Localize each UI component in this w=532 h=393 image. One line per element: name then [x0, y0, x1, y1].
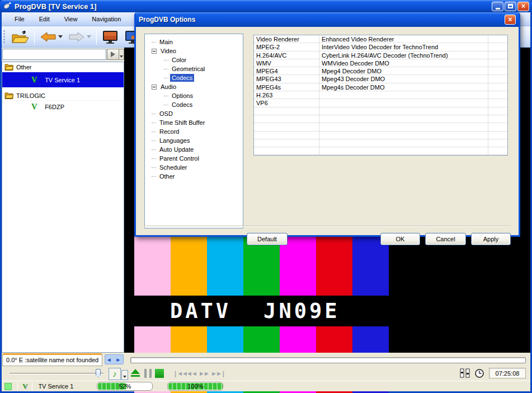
channel-folder-trilogic[interactable]: TRILOGIC [2, 91, 124, 101]
codec-row[interactable]: MPEG4sMpeg4s Decoder DMO [254, 83, 507, 91]
tree-item-geometrical[interactable]: Geometrical [145, 64, 243, 73]
separator [32, 382, 32, 391]
skip-end-button[interactable]: ►►❘ [211, 370, 225, 377]
separator [17, 382, 18, 391]
minimize-button[interactable] [492, 2, 503, 11]
rewind-button[interactable]: ◄◄ [186, 370, 196, 377]
open-channel-list-button[interactable] [7, 28, 32, 46]
toolbar-grip[interactable] [3, 30, 5, 44]
codec-row[interactable]: Video RendererEnhanced Video Renderer [254, 35, 507, 43]
tree-connector [164, 78, 168, 78]
tree-connector [164, 105, 168, 105]
dialog-body: MainVideoColorGeometricalCodecsAudioOpti… [136, 27, 519, 235]
audio-track-dropdown[interactable] [121, 370, 128, 380]
dialog-close-button[interactable]: × [505, 15, 516, 25]
tree-item-languages[interactable]: Languages [145, 136, 243, 145]
channel-item-f6dzp[interactable]: VF6DZP [2, 101, 124, 113]
codec-row[interactable] [254, 123, 507, 131]
codec-type: Video Renderer [254, 35, 319, 43]
clock-icon[interactable] [474, 368, 484, 378]
options-tree: MainVideoColorGeometricalCodecsAudioOpti… [144, 34, 243, 228]
tree-connector [164, 96, 168, 96]
video-window-button[interactable] [99, 28, 121, 46]
tree-connector [152, 42, 156, 43]
dialog-divider [144, 226, 510, 227]
cancel-button[interactable]: Cancel [425, 233, 466, 245]
tree-item-options[interactable]: Options [145, 91, 243, 100]
tree-item-codecs[interactable]: Codecs [145, 73, 243, 82]
toolbar-separator [96, 29, 97, 45]
skip-start-button[interactable]: ❘◄◄ [173, 370, 187, 377]
forward-dropdown-icon[interactable] [87, 35, 91, 38]
tab-scroll-arrows[interactable]: ◄ ► [105, 354, 124, 364]
menu-edit[interactable]: Edit [32, 13, 57, 25]
search-dropdown-button[interactable] [119, 49, 124, 60]
tree-item-time-shift-buffer[interactable]: Time Shift Buffer [145, 118, 243, 127]
codec-type: MPEG-2 [254, 43, 319, 50]
codec-row[interactable]: H.264/AVCCyberLink H.264/AVC Decoder (Te… [254, 52, 507, 59]
equalizer-icon[interactable] [459, 368, 470, 378]
tree-item-other[interactable]: Other [145, 172, 243, 181]
codec-row[interactable] [254, 147, 507, 155]
right-controls: 07:25:08 [459, 368, 526, 378]
collapse-icon[interactable] [152, 85, 157, 90]
tree-item-auto-update[interactable]: Auto Update [145, 145, 243, 154]
codec-row[interactable] [254, 139, 507, 147]
tree-item-audio[interactable]: Audio [145, 82, 243, 91]
forward-button[interactable] [65, 28, 94, 46]
tree-connector [152, 167, 156, 168]
close-button[interactable]: × [517, 2, 529, 11]
codec-row[interactable]: H.263 [254, 91, 507, 99]
codec-row[interactable]: MPEG-2InterVideo Video Decoder for Techn… [254, 43, 507, 51]
codec-row[interactable]: WMVWMVideo Decoder DMO [254, 59, 507, 67]
tree-item-video[interactable]: Video [145, 46, 243, 55]
codec-decoder [319, 107, 488, 115]
collapse-icon[interactable] [152, 49, 157, 54]
menu-file[interactable]: File [7, 13, 32, 25]
volume-slider-thumb[interactable] [96, 369, 101, 377]
channel-search-input[interactable] [2, 49, 106, 60]
fast-forward-button[interactable]: ►► [199, 370, 209, 377]
codecs-table[interactable]: Video RendererEnhanced Video RendererMPE… [253, 35, 508, 156]
back-dropdown-icon[interactable] [58, 35, 63, 38]
codec-row[interactable] [254, 115, 507, 123]
codec-type: MPEG4s [254, 83, 319, 91]
seek-bar[interactable] [130, 357, 526, 363]
codec-row[interactable]: MPEG4Mpeg4 Decoder DMO [254, 67, 507, 75]
back-arrow-icon [40, 31, 57, 43]
channel-sidebar: OtherVTV Service 1TRILOGICVF6DZP [2, 48, 124, 353]
satellite-tab[interactable]: 0.0° E :satellite name not founded [2, 353, 102, 366]
tree-item-record[interactable]: Record [145, 127, 243, 136]
eject-button[interactable] [131, 369, 141, 378]
codec-decoder [319, 91, 488, 99]
play-triangle-icon [111, 52, 115, 57]
codec-type: H.264/AVC [254, 52, 319, 59]
audio-track-button[interactable]: ♪ [109, 368, 121, 380]
volume-slider-track[interactable] [10, 373, 103, 375]
ok-button[interactable]: OK [380, 233, 420, 245]
tree-item-main[interactable]: Main [145, 38, 243, 46]
codec-row[interactable] [254, 132, 507, 139]
tree-item-codecs[interactable]: Codecs [145, 100, 243, 109]
forward-arrow-icon [68, 31, 85, 43]
tree-item-osd[interactable]: OSD [145, 109, 243, 118]
codec-row[interactable]: MPEG43Mpeg43 Decoder DMO [254, 75, 507, 83]
search-go-button[interactable] [107, 49, 119, 60]
tree-item-parent-control[interactable]: Parent Control [145, 154, 243, 163]
back-button[interactable] [37, 28, 65, 46]
tree-item-scheduler[interactable]: Scheduler [145, 163, 243, 172]
default-button[interactable]: Default [247, 233, 288, 245]
codec-type [254, 107, 319, 115]
channel-folder-other[interactable]: Other [2, 62, 124, 72]
tree-item-color[interactable]: Color [145, 55, 243, 64]
maximize-button[interactable] [505, 2, 516, 11]
pause-button[interactable] [144, 369, 152, 378]
signal-lock-indicator [4, 383, 12, 390]
menu-navigation[interactable]: Navigation [84, 13, 128, 25]
codec-row[interactable] [254, 107, 507, 115]
stop-button[interactable] [155, 369, 164, 378]
codec-row[interactable]: VP6 [254, 99, 507, 107]
menu-view[interactable]: View [57, 13, 85, 25]
channel-item-tv-service-1[interactable]: VTV Service 1 [2, 72, 124, 87]
apply-button[interactable]: Apply [471, 233, 511, 245]
